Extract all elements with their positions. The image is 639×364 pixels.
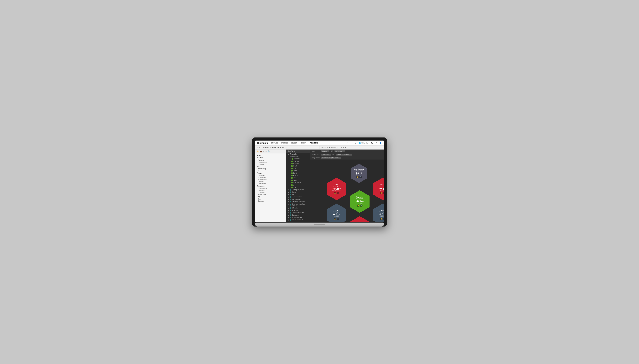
chile-country: Chile	[335, 184, 339, 185]
chile-alert-btn[interactable]: 🔔	[334, 192, 336, 194]
nz-label: Percentage	[356, 174, 362, 176]
analysis-more-btn[interactable]: ···	[378, 146, 382, 149]
filter-dropdown-icon[interactable]: ▼	[307, 150, 308, 152]
sidebar-lower-case[interactable]: Lower case	[255, 189, 286, 192]
usa2-hexagon[interactable]: USA 30 - 39 years 0.01 % Percentage 🔔	[373, 204, 384, 222]
nz-search-btn[interactable]: 🔍	[359, 176, 362, 178]
tree-education[interactable]: ▶ Education	[286, 207, 310, 209]
tree-uk[interactable]: UK	[286, 184, 310, 186]
hex-argentina: Argentina 40 - 54 years 0.14 % Percentag…	[350, 190, 370, 213]
weight-scheme-tag[interactable]: Default new weighting scheme ×	[321, 157, 341, 159]
nav-modify[interactable]: MODIFY	[300, 142, 307, 144]
sidebar-sentence-case[interactable]: Sentence case	[255, 187, 286, 189]
sidebar-hide-show[interactable]: Hide / show	[255, 174, 286, 176]
tree-age-summary[interactable]: ▶ Age summary	[286, 198, 310, 200]
tree-usa[interactable]: USA	[286, 186, 310, 188]
tree-india[interactable]: India	[286, 177, 310, 179]
design-icon[interactable]: ✏️	[257, 150, 259, 152]
tree-age[interactable]: ▶ Age	[286, 193, 310, 196]
tree-income-household[interactable]: ▶ Income household	[286, 219, 310, 221]
axes-age-close[interactable]: ×	[344, 150, 344, 152]
inchh-expand: ▶	[288, 219, 289, 221]
undo-icon[interactable]: ↩	[346, 142, 349, 144]
aus-alert-btn[interactable]: 🔔	[380, 192, 383, 194]
sidebar-upper-case[interactable]: Upper case	[255, 192, 286, 194]
arg-hexagon[interactable]: Argentina 40 - 54 years 0.14 % Percentag…	[350, 190, 370, 213]
australia-hexagon[interactable]: Australia 40 - 54 years 0.25 % Percentag…	[373, 178, 384, 200]
tree-brazil[interactable]: Brazil	[286, 165, 310, 167]
sidebar-sort-asc[interactable]: Sort with asc	[255, 176, 286, 178]
sidebar-new-weight[interactable]: New weight	[255, 163, 286, 165]
chile-hexagon[interactable]: Chile 40 - 54 years 0.25 % Diff of Perce…	[327, 178, 347, 200]
filter-household-close[interactable]: ×	[351, 154, 351, 155]
sidebar-date[interactable]: Date	[255, 198, 286, 200]
arg-country: Argentina	[356, 196, 363, 198]
axes-countries-close[interactable]: ×	[328, 150, 329, 152]
tree-lifestage[interactable]: ▶ Lifestage segments	[286, 188, 310, 191]
china-hexagon[interactable]: China 40 - 54 years 0.24 % Percentage	[350, 216, 370, 222]
tree-new-zealand[interactable]: New Zealand	[286, 182, 310, 184]
tree-income-personal[interactable]: ▶ Income personal	[286, 216, 310, 219]
sidebar-proper-case[interactable]: Proper case	[255, 194, 286, 196]
weight-close[interactable]: ×	[340, 157, 340, 158]
global-filter-btn[interactable]: 🌐 Global filter	[358, 142, 369, 144]
sidebar-describe[interactable]: Describe	[255, 200, 286, 202]
aus-search-btn[interactable]: 🔍	[383, 192, 384, 194]
chile-search-btn[interactable]: 🔍	[337, 192, 340, 194]
nz-alert-btn[interactable]: 🔔	[356, 176, 359, 178]
axes-age-summary-tag[interactable]: Age summary ×	[335, 150, 345, 152]
tree-marit-status[interactable]: ▶ Marit status	[286, 209, 310, 212]
sidebar-fix-bottom[interactable]: Fix to bottom	[255, 183, 286, 185]
tree-my-construction[interactable]: ▶ My construction	[286, 196, 310, 198]
sidebar-new-axis[interactable]: New axis	[255, 159, 286, 161]
usa2-search-btn[interactable]: 🔍	[383, 218, 384, 220]
phone-icon[interactable]: 📞	[371, 142, 374, 144]
sidebar-sort-desc[interactable]: Sort with desc	[255, 178, 286, 180]
arg-search-btn[interactable]: 🔍	[360, 204, 363, 207]
tree-france[interactable]: France	[286, 174, 310, 177]
tree-egypt[interactable]: Egypt	[286, 172, 310, 174]
nav-browse[interactable]: BROWSE	[271, 142, 278, 144]
filter-gender-tag[interactable]: Gender.male ×	[321, 154, 331, 156]
tree-countries[interactable]: ▼ Countries	[286, 158, 310, 160]
tree-weekly-time[interactable]: ▶ Weekly time on internet - person	[286, 221, 310, 222]
usa1-alert-btn[interactable]: 🔔	[334, 218, 336, 220]
help-icon[interactable]: ?	[375, 142, 378, 144]
nz-hexagon[interactable]: New Zealand 40 - 54 years 0.07 % Percent…	[351, 164, 368, 183]
user-icon[interactable]: 👤	[379, 142, 382, 144]
arg-alert-btn[interactable]: 🔔	[357, 204, 360, 207]
nav-stories[interactable]: STORIES	[281, 142, 288, 144]
list-icon[interactable]: ☰	[263, 150, 264, 152]
sidebar-new-measure[interactable]: New measure	[255, 161, 286, 163]
tree-number-household-under15[interactable]: ▶ Number in household under 15	[286, 203, 310, 207]
filter-icon[interactable]: ⚙	[265, 150, 267, 152]
nav-select[interactable]: SELECT	[291, 142, 298, 144]
refresh-icon[interactable]: ↻	[354, 142, 357, 144]
tree-japan[interactable]: Japan	[286, 179, 310, 182]
axes-countries-tag[interactable]: Countries ×	[321, 150, 330, 152]
tree-chile[interactable]: Chile	[286, 167, 310, 170]
tree-classification[interactable]: ▼ Classification	[286, 155, 310, 158]
nav-visualise[interactable]: VISUALISE	[309, 142, 318, 144]
usa1-search-btn[interactable]: 🔍	[337, 218, 340, 220]
tree-china[interactable]: China	[286, 170, 310, 172]
search-icon[interactable]: 🔍	[268, 150, 270, 152]
sidebar-cut[interactable]: Cut	[255, 170, 286, 172]
axes-swap-tag[interactable]: ⇄	[331, 150, 333, 152]
export-icon[interactable]: 📤	[260, 150, 262, 152]
usa1-hexagon[interactable]: USA 40 - 54 years 0.01 % Percentage 🔔	[327, 204, 347, 222]
tree-australia[interactable]: Australia	[286, 162, 310, 165]
tree-number-household[interactable]: ▶ Number in household	[286, 200, 310, 203]
tree-financial[interactable]: ▶ Financial decisions	[286, 212, 310, 214]
filter-gender-close[interactable]: ×	[330, 154, 331, 155]
add-icon[interactable]: +	[350, 142, 353, 144]
project-more-btn[interactable]: ···	[284, 146, 288, 149]
tree-gender[interactable]: ▶ Gender	[286, 191, 310, 193]
tree-time-series[interactable]: ▶ Time series	[286, 153, 310, 155]
filter-household-tag[interactable]: Number in household.2 ×	[336, 154, 352, 156]
tree-occupation[interactable]: ▶ Occupation	[286, 214, 310, 216]
tree-argentina[interactable]: Argentina	[286, 160, 310, 162]
sidebar-add-heading[interactable]: Add heading	[255, 168, 286, 170]
sidebar-fix-top[interactable]: Fix to top	[255, 180, 286, 183]
usa2-alert-btn[interactable]: 🔔	[380, 218, 383, 220]
